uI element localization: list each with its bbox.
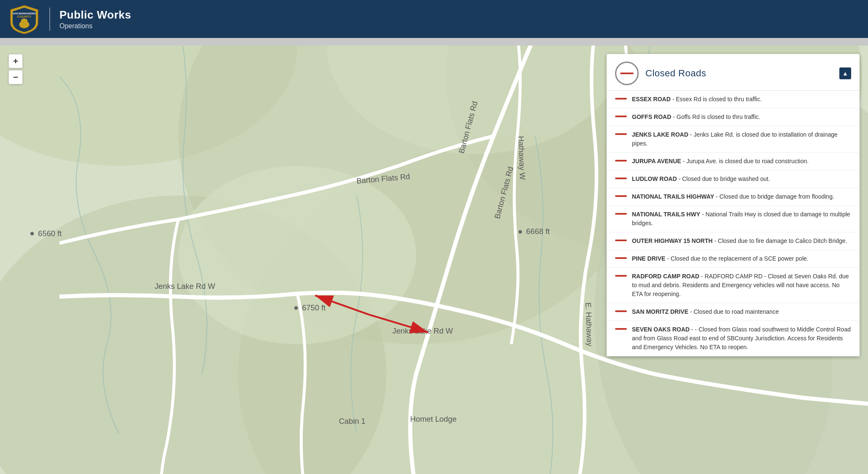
- road-closed-line-icon: [615, 178, 627, 179]
- zoom-out-button[interactable]: −: [8, 70, 23, 84]
- svg-text:6750 ft: 6750 ft: [302, 303, 325, 312]
- road-closed-line-icon: [615, 257, 627, 259]
- road-list-item: OUTER HIGHWAY 15 NORTH - Closed due to f…: [607, 232, 860, 250]
- road-closed-line-icon: [615, 310, 627, 312]
- sidebar-header: Closed Roads ▲: [607, 54, 860, 91]
- road-name: NATIONAL TRAILS HWY: [632, 211, 700, 218]
- svg-point-26: [30, 232, 34, 235]
- road-description: - Closed due to the replacement of a SCE…: [667, 255, 808, 262]
- road-text: GOFFS ROAD - Goffs Rd is closed to thru …: [632, 113, 760, 121]
- svg-text:Jenks Lake Rd W: Jenks Lake Rd W: [155, 282, 215, 291]
- logo-area: SAN BERNARDINO COUNTY Public Works Opera…: [8, 3, 131, 35]
- zoom-in-button[interactable]: +: [8, 54, 23, 68]
- road-closed-line-icon: [615, 328, 627, 330]
- header-title: Public Works: [59, 8, 131, 22]
- road-text: NATIONAL TRAILS HWY - National Trails Hw…: [632, 210, 851, 228]
- road-closed-line-icon: [615, 98, 627, 100]
- road-text: LUDLOW ROAD - Closed due to bridge washe…: [632, 175, 770, 183]
- road-text: PINE DRIVE - Closed due to the replaceme…: [632, 254, 809, 263]
- sub-header: [0, 38, 868, 46]
- svg-text:Hathaway W: Hathaway W: [517, 136, 527, 180]
- road-name: ESSEX ROAD: [632, 96, 671, 102]
- road-description: - Essex Rd is closed to thru traffic.: [672, 96, 762, 102]
- road-closed-icon-bar: [620, 73, 634, 74]
- road-list-item: PINE DRIVE - Closed due to the replaceme…: [607, 250, 860, 268]
- header-text: Public Works Operations: [59, 8, 131, 30]
- road-description: - Closed due to bridge damage from flood…: [716, 193, 834, 200]
- road-closed-line-icon: [615, 116, 627, 117]
- svg-text:6560 ft: 6560 ft: [38, 229, 62, 238]
- road-text: NATIONAL TRAILS HIGHWAY - Closed due to …: [632, 192, 834, 201]
- chevron-up-icon: ▲: [842, 70, 848, 77]
- road-closed-line-icon: [615, 195, 627, 197]
- road-closed-line-icon: [615, 160, 627, 162]
- road-list-item: NATIONAL TRAILS HWY - National Trails Hw…: [607, 206, 860, 232]
- road-name: RADFORD CAMP ROAD: [632, 273, 699, 280]
- road-name: JENKS LAKE ROAD: [632, 131, 688, 138]
- road-list-item: SAN MORITZ DRIVE - Closed due to road ma…: [607, 303, 860, 321]
- road-list-item: ESSEX ROAD - Essex Rd is closed to thru …: [607, 91, 860, 108]
- road-list-item: SEVEN OAKS ROAD - - Closed from Glass ro…: [607, 321, 860, 356]
- road-list-item: LUDLOW ROAD - Closed due to bridge washe…: [607, 170, 860, 188]
- road-name: SEVEN OAKS ROAD: [632, 326, 690, 333]
- road-closed-line-icon: [615, 240, 627, 241]
- map-controls: + −: [8, 54, 23, 84]
- road-closed-icon: [615, 62, 639, 85]
- road-text: JURUPA AVENUE - Jurupa Ave. is closed du…: [632, 157, 809, 166]
- road-description: - Goffs Rd is closed to thru traffic.: [673, 113, 760, 120]
- road-list-item: NATIONAL TRAILS HIGHWAY - Closed due to …: [607, 188, 860, 206]
- road-closed-line-icon: [615, 133, 627, 135]
- county-logo: SAN BERNARDINO COUNTY: [8, 3, 40, 35]
- road-list-item: JURUPA AVENUE - Jurupa Ave. is closed du…: [607, 153, 860, 170]
- road-list-item: GOFFS ROAD - Goffs Rd is closed to thru …: [607, 108, 860, 126]
- roads-list[interactable]: ESSEX ROAD - Essex Rd is closed to thru …: [607, 91, 860, 356]
- sidebar-panel: Closed Roads ▲ ESSEX ROAD - Essex Rd is …: [607, 54, 860, 356]
- road-name: SAN MORITZ DRIVE: [632, 308, 688, 315]
- road-list-item: RADFORD CAMP ROAD - RADFORD CAMP RD - Cl…: [607, 268, 860, 303]
- road-list-item: JENKS LAKE ROAD - Jenks Lake Rd. is clos…: [607, 126, 860, 153]
- map-area: 38 Barton Flats Rd Barton Flats Rd Barto…: [0, 46, 868, 474]
- svg-text:E. Hathaway: E. Hathaway: [584, 302, 594, 347]
- road-text: SEVEN OAKS ROAD - - Closed from Glass ro…: [632, 325, 851, 352]
- road-description: - Closed due to bridge washed out.: [678, 175, 770, 182]
- road-text: JENKS LAKE ROAD - Jenks Lake Rd. is clos…: [632, 130, 851, 148]
- road-description: - Jurupa Ave. is closed due to road cons…: [683, 158, 809, 164]
- header: SAN BERNARDINO COUNTY Public Works Opera…: [0, 0, 868, 38]
- header-subtitle: Operations: [59, 22, 131, 30]
- road-name: NATIONAL TRAILS HIGHWAY: [632, 193, 714, 200]
- road-closed-line-icon: [615, 275, 627, 277]
- svg-text:Homet Lodge: Homet Lodge: [410, 415, 457, 423]
- road-name: LUDLOW ROAD: [632, 175, 677, 182]
- road-text: OUTER HIGHWAY 15 NORTH - Closed due to f…: [632, 237, 847, 245]
- road-name: GOFFS ROAD: [632, 113, 671, 120]
- road-name: OUTER HIGHWAY 15 NORTH: [632, 237, 712, 244]
- road-name: PINE DRIVE: [632, 255, 665, 262]
- sidebar-title: Closed Roads: [645, 68, 706, 79]
- road-closed-line-icon: [615, 213, 627, 215]
- svg-point-6: [22, 19, 27, 24]
- road-description: - Closed due to fire damage to Calico Di…: [714, 237, 847, 244]
- road-text: SAN MORITZ DRIVE - Closed due to road ma…: [632, 307, 779, 316]
- svg-text:6668 ft: 6668 ft: [526, 227, 550, 236]
- road-name: JURUPA AVENUE: [632, 158, 681, 164]
- collapse-button[interactable]: ▲: [839, 67, 851, 79]
- road-text: ESSEX ROAD - Essex Rd is closed to thru …: [632, 95, 762, 104]
- svg-text:COUNTY: COUNTY: [17, 15, 32, 19]
- svg-text:Cabin 1: Cabin 1: [339, 417, 365, 426]
- svg-point-30: [294, 306, 298, 310]
- svg-point-28: [519, 230, 522, 233]
- road-description: - Closed due to road maintenance: [690, 308, 779, 315]
- header-divider: [49, 8, 50, 31]
- road-text: RADFORD CAMP ROAD - RADFORD CAMP RD - Cl…: [632, 272, 851, 299]
